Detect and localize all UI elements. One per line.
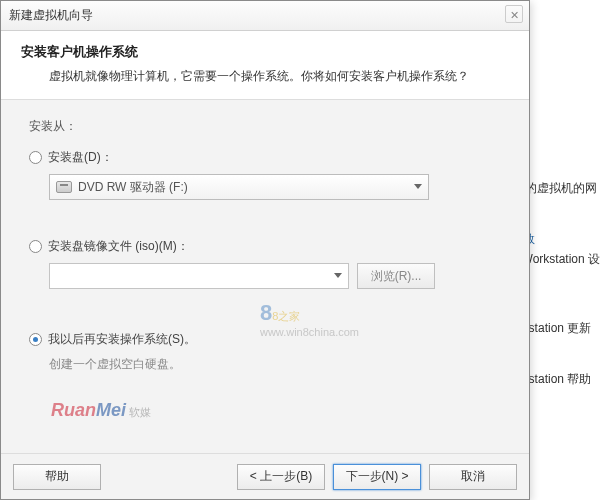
disc-drive-value: DVD RW 驱动器 (F:) <box>78 179 188 196</box>
cancel-button[interactable]: 取消 <box>429 464 517 490</box>
radio-later-label: 我以后再安装操作系统(S)。 <box>48 331 196 348</box>
header-subtitle: 虚拟机就像物理计算机，它需要一个操作系统。你将如何安装客户机操作系统？ <box>21 67 509 85</box>
radio-iso-label: 安装盘镜像文件 (iso)(M)： <box>48 238 189 255</box>
disc-drive-dropdown[interactable]: DVD RW 驱动器 (F:) <box>49 174 429 200</box>
later-hint: 创建一个虚拟空白硬盘。 <box>49 356 501 373</box>
radio-iso[interactable] <box>29 240 42 253</box>
titlebar: 新建虚拟机向导 ✕ <box>1 1 529 31</box>
option-disc: 安装盘(D)： DVD RW 驱动器 (F:) <box>29 149 501 200</box>
radio-disc-label: 安装盘(D)： <box>48 149 113 166</box>
watermark-ruanmei: RuanMei 软媒 <box>51 400 151 421</box>
footer: 帮助 < 上一步(B) 下一步(N) > 取消 <box>1 453 529 499</box>
radio-disc[interactable] <box>29 151 42 164</box>
wizard-dialog: 新建虚拟机向导 ✕ 安装客户机操作系统 虚拟机就像物理计算机，它需要一个操作系统… <box>0 0 530 500</box>
help-button[interactable]: 帮助 <box>13 464 101 490</box>
back-button[interactable]: < 上一步(B) <box>237 464 325 490</box>
body: 安装从： 安装盘(D)： DVD RW 驱动器 (F:) 安装盘镜像文件 (is… <box>1 100 529 453</box>
header-title: 安装客户机操作系统 <box>21 43 509 61</box>
chevron-down-icon <box>334 273 342 278</box>
install-from-label: 安装从： <box>29 118 501 135</box>
header: 安装客户机操作系统 虚拟机就像物理计算机，它需要一个操作系统。你将如何安装客户机… <box>1 31 529 100</box>
drive-icon <box>56 181 72 193</box>
window-title: 新建虚拟机向导 <box>9 7 93 24</box>
iso-path-input[interactable] <box>49 263 349 289</box>
radio-later[interactable] <box>29 333 42 346</box>
close-icon[interactable]: ✕ <box>505 5 523 23</box>
chevron-down-icon <box>414 184 422 189</box>
browse-button[interactable]: 浏览(R)... <box>357 263 435 289</box>
next-button[interactable]: 下一步(N) > <box>333 464 421 490</box>
option-iso: 安装盘镜像文件 (iso)(M)： 浏览(R)... <box>29 238 501 289</box>
watermark-win8: 88之家 www.win8china.com <box>260 300 359 338</box>
